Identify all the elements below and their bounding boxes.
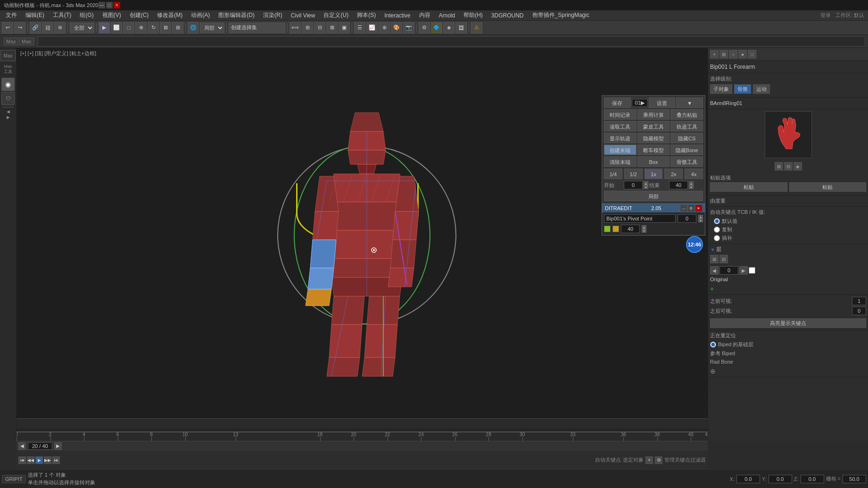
layer-value[interactable] [719,266,738,275]
menu-animation[interactable]: 动画(A) [187,10,214,20]
layers-button[interactable]: ☰ [354,22,365,33]
selection-filter-dropdown[interactable]: 全部 [70,23,94,33]
z-coord-input[interactable] [801,475,824,483]
reference-coord-dropdown[interactable]: 局部 [200,23,224,33]
ditraedit-spinner[interactable]: ▲ ▼ [698,215,703,222]
ditraedit-val2-input[interactable] [621,225,640,233]
biped-base-radio[interactable] [710,342,716,348]
paste-btn2[interactable]: 粘贴 [789,182,867,192]
menu-interactive[interactable]: Interactive [380,11,414,20]
login-area[interactable]: 登录 [818,12,833,19]
menu-create[interactable]: 创建(C) [126,10,153,20]
select-object-button[interactable]: □ [123,22,134,33]
show-track-btn[interactable]: 显示轨迹 [604,133,637,143]
rp-icon-box[interactable]: □ [748,50,756,58]
radio-interp-label[interactable]: 插补 [714,235,866,242]
select-link-button[interactable]: 🔗 [30,22,41,33]
loop-btn[interactable]: 局部 [604,191,703,201]
menu-modifier[interactable]: 修改器(M) [153,10,186,20]
scrubber-prev-btn[interactable]: ◀ [18,442,26,450]
warning-button[interactable]: ⚠ [471,22,482,33]
sphere-gizmo-button[interactable]: ◉ [1,78,15,91]
child-object-btn[interactable]: 子对象 [710,84,732,94]
prev-frame-btn[interactable]: ◀◀ [27,456,34,464]
align4-button[interactable]: ▣ [339,22,350,33]
menu-civil-view[interactable]: Civil View [287,11,319,20]
reference-coord-button[interactable]: 🌐 [188,22,199,33]
menu-render[interactable]: 渲染(R) [259,10,286,20]
create-end-btn[interactable]: 创建末端 [604,145,637,155]
rp-icon-add[interactable]: + [710,50,719,58]
menu-customize[interactable]: 自定义(U) [320,10,352,20]
ditraedit-up[interactable]: ▲ [698,215,703,219]
paste-force-btn[interactable]: 叠力粘贴 [670,109,703,120]
ditraedit-down[interactable]: ▼ [698,219,703,222]
skeleton-tools-btn[interactable]: 骨骼工具 [670,156,703,167]
skin-tools-btn[interactable]: 蒙皮工具 [637,121,670,131]
ditraedit-controls[interactable]: — ⚙ ✕ [680,205,702,211]
sub-tools-label[interactable]: Max [4,38,18,45]
radio-copy-label[interactable]: 复制 [714,226,866,233]
radio-default[interactable] [714,218,720,224]
color-swatch-yellow[interactable] [612,226,619,232]
start-spinner[interactable]: ▲ ▼ [644,181,648,189]
layer-ctrl1[interactable]: ◀ [710,266,719,275]
select-region-button[interactable]: ⬜ [111,22,122,33]
curve-editor-button[interactable]: 📈 [366,22,378,33]
calc-btn[interactable]: 乘用计算 [637,109,670,120]
before-value[interactable] [852,297,866,305]
layer-collapse-arrow[interactable]: ▼ [710,247,715,252]
highlight-keys-btn[interactable]: 高亮显示关键点 [710,318,866,328]
bone-btn[interactable]: 骨骼 [734,84,751,94]
ditraedit-bone-input[interactable] [604,214,676,223]
end-input[interactable] [669,181,688,189]
rp-icon-r1[interactable]: ⊞ [775,162,783,171]
hide-cs-btn[interactable]: 隐藏CS [670,133,703,143]
menu-help[interactable]: 帮助(H) [460,10,487,20]
color-swatch-green[interactable] [604,226,611,232]
left-arrow-left[interactable]: ◀ [7,109,10,114]
hide-model-btn[interactable]: 隐藏模型 [637,133,670,143]
schematic-view-button[interactable]: ⊕ [379,22,390,33]
rotate-button[interactable]: ↻ [148,22,159,33]
clear-end-btn[interactable]: 清除末端 [604,156,637,167]
radio-default-label[interactable]: 默认值 [714,218,866,225]
rp-icon-grid[interactable]: ⊞ [719,50,728,58]
fraction-1-2-btn[interactable]: 1/2 [624,169,643,179]
render-button[interactable]: 🔷 [431,22,442,33]
layer-icon2[interactable]: ⊟ [719,255,728,263]
ditraedit-settings[interactable]: ⚙ [688,205,694,211]
end-spinner[interactable]: ▲ ▼ [689,181,694,189]
unlink-button[interactable]: ⛓ [42,22,53,33]
maximize-button[interactable]: □ [106,2,113,8]
layer-add-btn[interactable]: + [710,285,714,293]
start-up-arrow[interactable]: ▲ [644,181,648,185]
grid-input[interactable] [843,475,866,483]
rp-icon-r2[interactable]: ⊟ [784,162,793,171]
track-tools-btn[interactable]: 轨迹工具 [670,121,703,131]
layer-ctrl2[interactable]: ▶ [739,266,748,275]
play-btn[interactable]: ▶ [35,456,43,464]
undo-button[interactable]: ↩ [2,22,13,33]
scrubber-next-btn[interactable]: ▶ [54,442,62,450]
x-coord-input[interactable] [736,475,760,483]
menu-edit[interactable]: 编辑(E) [22,10,48,20]
break-car-btn[interactable]: 断车模型 [637,145,670,155]
align3-button[interactable]: ⊠ [326,22,338,33]
menu-file[interactable]: 文件 [2,10,21,20]
next-frame-btn[interactable]: ▶▶ [44,456,51,464]
material-editor-button[interactable]: ◈ [443,22,455,33]
shield-button[interactable]: 🛡 [1,92,15,105]
rad-bone-link-icon[interactable]: ⊕ [710,367,716,375]
fraction-2x-btn[interactable]: 2x [664,169,683,179]
ditraedit-spinner2[interactable]: ▲ ▼ [642,225,646,233]
menu-3dground[interactable]: 3DGROUND [488,11,528,20]
move-button[interactable]: ⊕ [135,22,147,33]
layer-checkbox[interactable] [749,267,755,274]
fraction-1-4-btn[interactable]: 1/4 [604,169,622,179]
menu-graph-editor[interactable]: 图形编辑器(D) [215,10,258,20]
end-down-arrow[interactable]: ▼ [689,185,694,189]
place-button[interactable]: ⊞ [172,22,183,33]
menu-tools[interactable]: 工具(T) [49,10,75,20]
menu-script[interactable]: 脚本(S) [353,10,380,20]
